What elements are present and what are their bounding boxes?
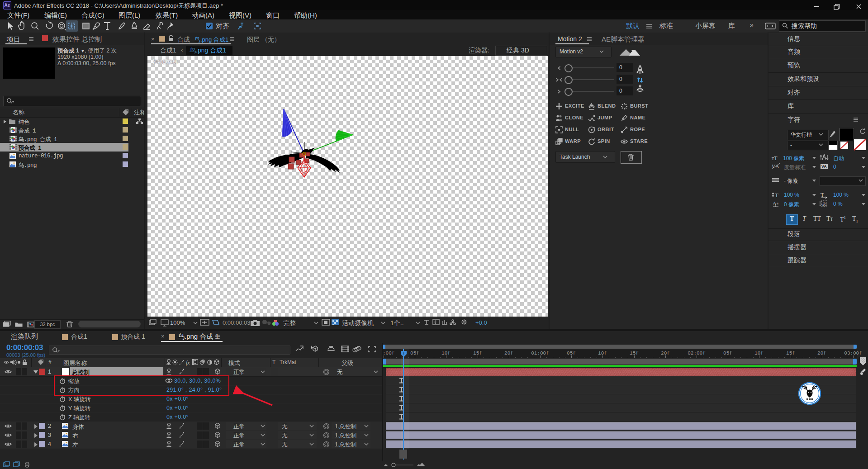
svg-text:a: a <box>777 201 778 205</box>
svg-text:T: T <box>775 192 778 199</box>
svg-text:VA: VA <box>821 164 827 169</box>
svg-text:тT: тT <box>772 155 778 161</box>
svg-text:fx: fx <box>186 360 190 366</box>
svg-text:T: T <box>821 191 824 198</box>
svg-text:A: A <box>773 200 777 207</box>
svg-text:あ: あ <box>822 201 827 206</box>
